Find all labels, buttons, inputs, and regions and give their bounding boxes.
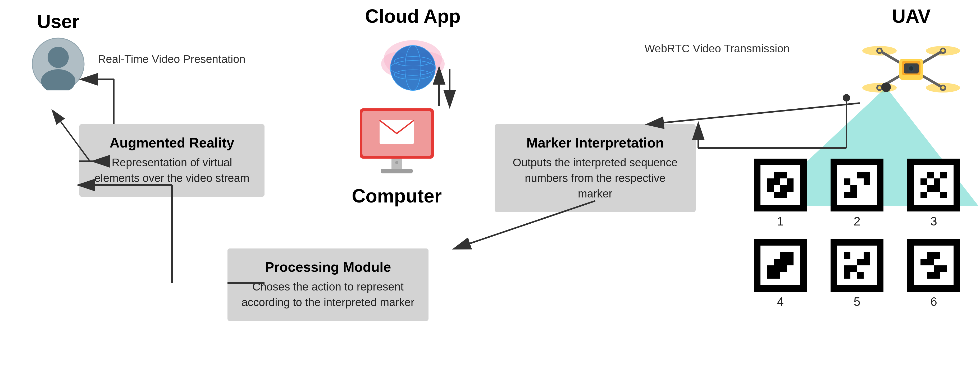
marker-3-label: 3 xyxy=(930,214,937,229)
svg-point-40 xyxy=(941,86,945,89)
real-time-label: Real-Time Video Presentation xyxy=(98,53,245,65)
marker-interpretation-desc: Outputs the interpreted sequence numbers… xyxy=(508,155,682,202)
marker-interpretation-box: Marker Interpretation Outputs the interp… xyxy=(495,124,696,212)
augmented-reality-title: Augmented Reality xyxy=(92,135,251,151)
cloud-app-icon xyxy=(376,30,450,98)
marker-item-6: 6 xyxy=(900,239,967,309)
augmented-reality-box: Augmented Reality Representation of virt… xyxy=(80,124,264,197)
uav-icon xyxy=(858,30,964,109)
svg-point-38 xyxy=(941,49,945,52)
svg-rect-18 xyxy=(381,168,413,173)
marker-1-canvas xyxy=(754,159,807,211)
marker-4-label: 4 xyxy=(777,294,784,309)
user-avatar xyxy=(32,38,84,91)
marker-6-canvas xyxy=(907,239,960,292)
marker-item-2: 2 xyxy=(824,159,890,229)
marker-item-3: 3 xyxy=(900,159,967,229)
webrtc-label: WebRTC Video Transmission xyxy=(644,42,789,55)
marker-2-label: 2 xyxy=(854,214,861,229)
markers-grid: 1 2 3 4 5 6 xyxy=(747,159,967,309)
marker-5-canvas xyxy=(830,239,883,292)
user-label: User xyxy=(37,11,80,32)
cloud-label: Cloud App xyxy=(365,5,460,27)
marker-5-label: 5 xyxy=(854,294,861,309)
marker-4-canvas xyxy=(754,239,807,292)
svg-point-1 xyxy=(48,47,69,68)
marker-3-canvas xyxy=(907,159,960,211)
svg-point-19 xyxy=(395,161,398,164)
processing-module-box: Processing Module Choses the action to r… xyxy=(228,248,428,321)
uav-label: UAV xyxy=(892,5,931,27)
svg-point-32 xyxy=(909,66,913,71)
marker-interpretation-title: Marker Interpretation xyxy=(508,135,682,151)
marker-1-label: 1 xyxy=(777,214,784,229)
user-section: User xyxy=(32,11,84,91)
augmented-reality-desc: Representation of virtual elements over … xyxy=(92,155,251,186)
uav-section: UAV xyxy=(858,5,964,109)
svg-point-56 xyxy=(843,94,850,102)
marker-item-1: 1 xyxy=(747,159,813,229)
diagram-container: User Real-Time Video Presentation Cloud … xyxy=(0,0,980,378)
computer-label: Computer xyxy=(352,185,442,207)
computer-section: Computer xyxy=(352,106,442,207)
marker-item-5: 5 xyxy=(824,239,890,309)
marker-2-canvas xyxy=(830,159,883,211)
svg-line-47 xyxy=(648,103,860,124)
svg-point-39 xyxy=(878,86,881,89)
marker-item-4: 4 xyxy=(747,239,813,309)
processing-module-title: Processing Module xyxy=(241,259,415,275)
svg-point-37 xyxy=(878,49,881,52)
cloud-section: Cloud App xyxy=(365,5,460,98)
processing-module-desc: Choses the action to represent according… xyxy=(241,279,415,310)
marker-6-label: 6 xyxy=(930,294,937,309)
computer-icon xyxy=(355,106,439,180)
